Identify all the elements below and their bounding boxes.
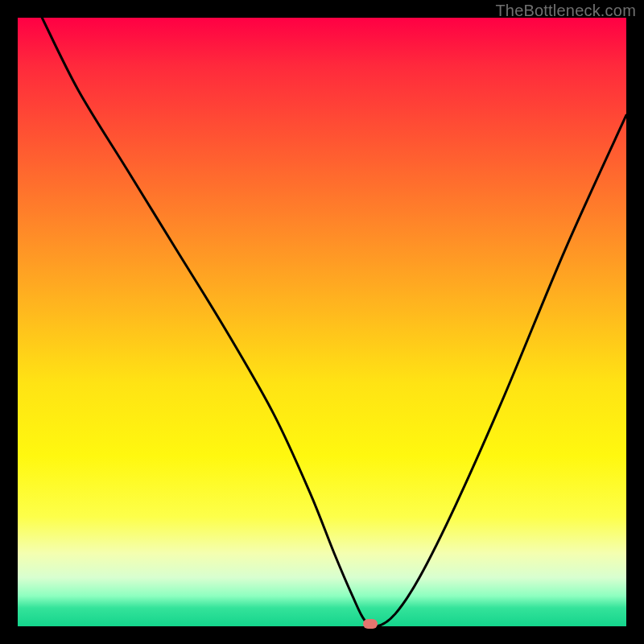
chart-frame: [18, 18, 626, 626]
bottleneck-curve: [18, 18, 626, 626]
optimal-point-marker: [363, 619, 378, 629]
watermark-text: TheBottleneck.com: [495, 2, 636, 20]
plot-area: [18, 18, 626, 626]
